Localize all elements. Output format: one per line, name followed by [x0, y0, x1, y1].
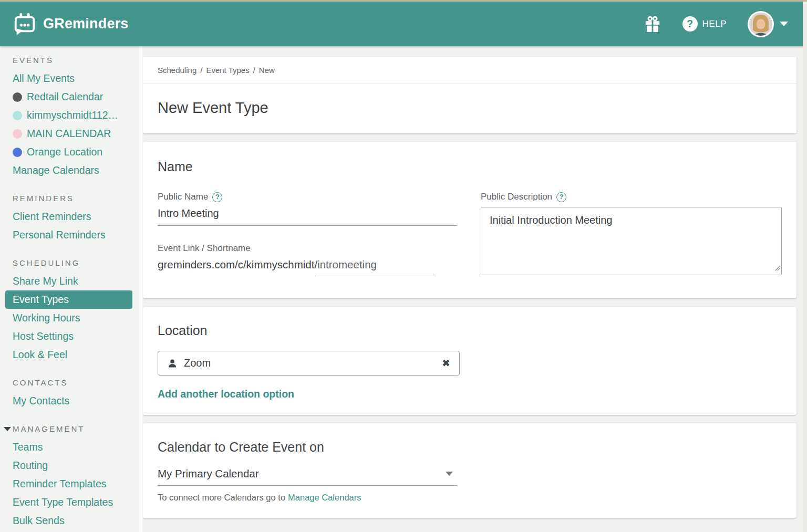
- page-title: New Event Type: [158, 98, 782, 117]
- app-logo[interactable]: GReminders: [13, 12, 129, 36]
- public-name-label: Public Name ?: [158, 191, 457, 203]
- name-card-heading: Name: [158, 158, 782, 175]
- page-scrollbar[interactable]: [803, 2, 807, 532]
- calendar-select[interactable]: My Primary Calendar: [158, 467, 457, 486]
- app-name: GReminders: [43, 16, 129, 32]
- collapse-caret-icon[interactable]: [4, 427, 11, 431]
- sidebar-item-kimmyschmidt[interactable]: kimmyschmidt112…: [0, 106, 143, 124]
- sidebar-item-manage-calendars[interactable]: Manage Calendars: [0, 161, 143, 180]
- calendar-helper-text: To connect more Calendars go toManage Ca…: [158, 492, 782, 503]
- sidebar-item-orange-location[interactable]: Orange Location: [0, 143, 143, 161]
- sidebar-item-working-hours[interactable]: Working Hours: [0, 309, 143, 327]
- calendar-color-dot: [13, 92, 22, 102]
- breadcrumb: Scheduling / Event Types / New: [143, 57, 796, 84]
- sidebar: EVENTS All My Events Redtail Calendar ki…: [0, 46, 143, 532]
- help-button[interactable]: ? HELP: [682, 16, 727, 32]
- breadcrumb-new[interactable]: New: [259, 66, 275, 75]
- event-link-prefix: greminders.com/c/kimmyschmidt/: [158, 258, 317, 270]
- location-card-heading: Location: [158, 321, 782, 339]
- help-label: HELP: [702, 19, 727, 29]
- section-contacts: CONTACTS: [0, 378, 143, 387]
- calendar-select-value: My Primary Calendar: [158, 467, 446, 480]
- breadcrumb-separator: /: [253, 66, 255, 75]
- breadcrumb-separator: /: [200, 66, 202, 75]
- app-header: GReminders ? HELP: [0, 2, 807, 46]
- sidebar-item-event-types[interactable]: Event Types: [5, 290, 132, 309]
- breadcrumb-scheduling[interactable]: Scheduling: [158, 66, 196, 75]
- account-menu[interactable]: [748, 11, 788, 37]
- event-link-label: Event Link / Shortname: [158, 243, 457, 254]
- public-name-input[interactable]: [158, 203, 457, 226]
- title-card: Scheduling / Event Types / New New Event…: [143, 57, 796, 133]
- calendar-card-heading: Calendar to Create Event on: [158, 438, 782, 456]
- sidebar-item-look-and-feel[interactable]: Look & Feel: [0, 346, 143, 364]
- sidebar-item-main-calendar[interactable]: MAIN CALENDAR: [0, 124, 143, 143]
- section-reminders: REMINDERS: [0, 194, 143, 203]
- sidebar-item-bulk-sends[interactable]: Bulk Sends: [0, 512, 143, 530]
- window-top-edge: [0, 0, 807, 2]
- public-description-textarea[interactable]: Initial Introduction Meeting: [481, 207, 782, 275]
- sidebar-item-routing[interactable]: Routing: [0, 456, 143, 475]
- main-content: Scheduling / Event Types / New New Event…: [143, 46, 807, 532]
- name-card: Name Public Name ? Event Link / Shortnam…: [143, 142, 796, 298]
- sidebar-item-all-my-events[interactable]: All My Events: [0, 69, 143, 88]
- remove-location-icon[interactable]: ✖: [442, 357, 450, 369]
- calendar-chat-icon: [13, 12, 37, 36]
- sidebar-item-teams[interactable]: Teams: [0, 438, 143, 456]
- sidebar-item-reminder-templates[interactable]: Reminder Templates: [0, 475, 143, 493]
- section-events: EVENTS: [0, 56, 143, 65]
- location-value: Zoom: [184, 357, 442, 369]
- sidebar-item-share-my-link[interactable]: Share My Link: [0, 272, 143, 290]
- location-card: Location Zoom ✖ Add another location opt…: [143, 307, 796, 415]
- sidebar-item-host-settings[interactable]: Host Settings: [0, 327, 143, 346]
- calendar-color-dot: [13, 111, 22, 120]
- location-option-row[interactable]: Zoom ✖: [158, 351, 460, 375]
- sidebar-item-my-contacts[interactable]: My Contacts: [0, 392, 143, 410]
- sidebar-item-client-reminders[interactable]: Client Reminders: [0, 207, 143, 226]
- public-description-label: Public Description ?: [481, 191, 782, 203]
- person-icon: [167, 358, 178, 369]
- sidebar-item-event-type-templates[interactable]: Event Type Templates: [0, 493, 143, 512]
- avatar[interactable]: [748, 11, 774, 37]
- chevron-down-icon[interactable]: [780, 22, 788, 26]
- section-scheduling: SCHEDULING: [0, 258, 143, 267]
- public-description-help-icon[interactable]: ?: [556, 192, 566, 202]
- sidebar-item-personal-reminders[interactable]: Personal Reminders: [0, 226, 143, 244]
- calendar-card: Calendar to Create Event on My Primary C…: [143, 423, 796, 518]
- manage-calendars-link[interactable]: Manage Calendars: [288, 493, 361, 502]
- add-location-link[interactable]: Add another location option: [158, 388, 782, 400]
- event-link-line: greminders.com/c/kimmyschmidt/intromeeti…: [158, 258, 457, 276]
- calendar-color-dot: [13, 129, 22, 139]
- shortname-input[interactable]: intromeeting: [317, 258, 436, 276]
- help-icon: ?: [682, 16, 698, 32]
- gift-icon[interactable]: [644, 15, 661, 33]
- select-caret-icon: [446, 472, 453, 476]
- public-name-help-icon[interactable]: ?: [212, 192, 222, 202]
- calendar-color-dot: [13, 148, 22, 157]
- sidebar-item-redtail-calendar[interactable]: Redtail Calendar: [0, 88, 143, 106]
- breadcrumb-event-types[interactable]: Event Types: [206, 66, 249, 75]
- section-management: MANAGEMENT: [0, 424, 143, 433]
